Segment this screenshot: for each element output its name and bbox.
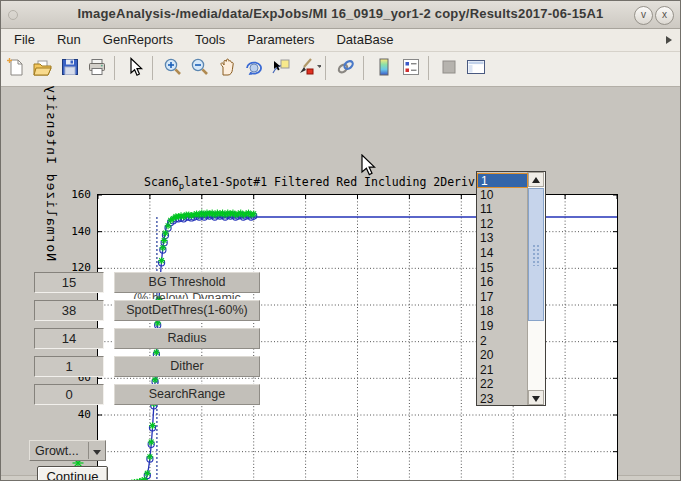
listbox-item-19[interactable]: 19 [477,319,528,334]
hide-plot-tools-icon [439,57,459,77]
link-plot-button[interactable] [333,55,358,81]
param-button-dither[interactable]: Dither [114,356,260,377]
data-cursor-button[interactable] [268,55,293,81]
menu-item-file[interactable]: File [1,29,46,51]
titlebar[interactable]: ImageAnalysis-/media/data/ExpJobs/MI 16_… [1,1,680,29]
zoom-in-button[interactable] [160,55,185,81]
close-button[interactable]: x [655,6,674,25]
save-figure-icon [60,57,80,77]
shade-button[interactable]: v [634,6,653,25]
save-figure-button[interactable] [57,55,82,81]
insert-colorbar-icon [374,57,394,77]
show-plot-tools-icon [465,57,487,77]
menu-item-genreports[interactable]: GenReports [92,29,184,51]
edit-arrow-icon [126,57,144,77]
chevron-down-icon [89,444,105,458]
y-tick-label: 40 [55,408,91,421]
rotate-3d-button[interactable] [241,55,266,81]
param-button-radius[interactable]: Radius [114,328,260,349]
continue-button[interactable]: Continue [37,466,108,481]
zoom-in-icon [163,57,183,77]
menu-overflow-icon[interactable] [666,36,672,44]
zoom-out-icon [190,57,210,77]
listbox-item-23[interactable]: 23 [477,392,528,406]
listbox-item-2[interactable]: 2 [477,334,528,349]
listbox-item-21[interactable]: 21 [477,363,528,378]
rotate-3d-icon [244,57,264,77]
listbox-item-12[interactable]: 12 [477,217,528,232]
growth-dropdown-button[interactable]: Growt... [29,440,106,461]
toolbar-separator [325,56,326,80]
figure-canvas: Scan6plate1-Spot#1 Filtered Red Includin… [1,87,680,476]
growth-dropdown-label: Growt... [30,444,88,458]
insert-colorbar-button[interactable] [371,55,396,81]
scroll-up-button[interactable] [528,172,544,187]
pan-hand-icon [217,57,237,77]
menu-item-run[interactable]: Run [46,29,92,51]
data-cursor-icon [271,57,291,77]
toolbar-separator [152,56,153,80]
listbox-item-20[interactable]: 20 [477,348,528,363]
triangle-up-icon [532,177,540,183]
toolbar-separator [114,56,115,80]
app-window: ImageAnalysis-/media/data/ExpJobs/MI 16_… [0,0,681,481]
listbox-item-14[interactable]: 14 [477,246,528,261]
edit-field-searchrange[interactable]: 0 [34,384,104,405]
hide-plot-tools-button[interactable] [436,55,461,81]
print-figure-icon [87,57,107,77]
spot-number-listbox[interactable]: 110111213141516171819220212223 [476,171,546,406]
edit-field-spotdetthres-1-60-[interactable]: 38 [34,300,104,321]
listbox-item-1[interactable]: 1 [477,173,528,188]
menu-item-tools[interactable]: Tools [184,29,236,51]
window-title: ImageAnalysis-/media/data/ExpJobs/MI 16_… [1,6,680,21]
menubar: FileRunGenReportsToolsParametersDataBase [1,29,680,52]
print-figure-button[interactable] [84,55,109,81]
pan-hand-button[interactable] [214,55,239,81]
toolbar [1,52,680,87]
listbox-item-18[interactable]: 18 [477,304,528,319]
open-file-button[interactable] [30,55,55,81]
edit-field-radius[interactable]: 14 [34,328,104,349]
show-plot-tools-button[interactable] [463,55,488,81]
plot-title: Scan6plate1-Spot#1 Filtered Red Includin… [144,175,503,191]
menu-item-database[interactable]: DataBase [325,29,404,51]
param-button-searchrange[interactable]: SearchRange [114,384,260,405]
listbox-item-17[interactable]: 17 [477,290,528,305]
link-plot-icon [335,57,357,77]
y-tick-label: 140 [55,225,91,238]
mouse-cursor [361,154,378,181]
edit-arrow-button[interactable] [122,55,147,81]
edit-field-bg-threshold[interactable]: 15 [34,272,104,293]
open-file-icon [32,57,53,77]
brush-data-button[interactable] [295,55,320,81]
triangle-down-icon [532,396,540,402]
scrollbar-thumb[interactable] [528,188,544,321]
insert-legend-button[interactable] [398,55,423,81]
brush-data-icon [295,57,321,77]
listbox-item-10[interactable]: 10 [477,188,528,203]
dropdown-scrollbar[interactable] [527,172,545,405]
new-figure-button[interactable] [3,55,28,81]
param-button-spotdetthres-1-60-[interactable]: SpotDetThres(1-60%) [114,300,260,321]
edit-field-dither[interactable]: 1 [34,356,104,377]
listbox-item-13[interactable]: 13 [477,231,528,246]
listbox-item-16[interactable]: 16 [477,275,528,290]
toolbar-separator [428,56,429,80]
new-figure-icon [6,57,26,77]
zoom-out-button[interactable] [187,55,212,81]
listbox-item-11[interactable]: 11 [477,202,528,217]
scroll-down-button[interactable] [528,390,544,405]
param-button-bg-threshold[interactable]: BG Threshold [114,272,260,293]
y-tick-label: 160 [55,188,91,201]
menu-item-parameters[interactable]: Parameters [236,29,325,51]
listbox-item-15[interactable]: 15 [477,261,528,276]
listbox-item-22[interactable]: 22 [477,377,528,392]
toolbar-separator [363,56,364,80]
insert-legend-icon [401,57,421,77]
